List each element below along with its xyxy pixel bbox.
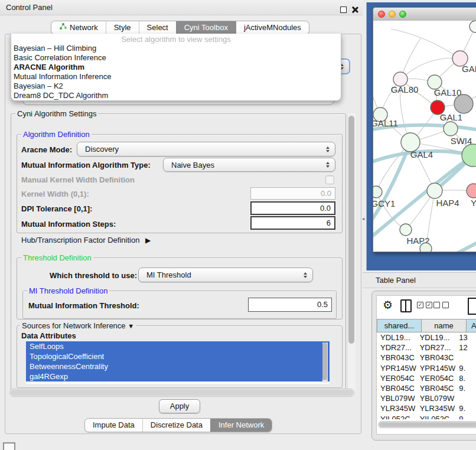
columns-icon[interactable] — [400, 299, 412, 312]
algorithm-dropdown-item[interactable]: Basic Correlation Inference — [11, 53, 341, 63]
table-header: shared... name A — [377, 319, 476, 332]
network-node-hap2[interactable] — [400, 224, 412, 236]
column-header-name[interactable]: name — [422, 319, 467, 332]
tab-network[interactable]: Network — [51, 21, 106, 34]
table-row[interactable]: YER054CYER054C8. — [377, 373, 476, 383]
new-table-icon[interactable] — [468, 298, 476, 315]
algorithm-dropdown-item[interactable]: ARACNE Algorithm — [11, 63, 341, 72]
tab-jactivemnodules[interactable]: jActiveMNodules — [236, 21, 309, 34]
table-cell: 12 — [455, 343, 476, 353]
table-cell: YER054C — [377, 373, 416, 383]
attributes-list-scrollbar[interactable] — [322, 343, 328, 383]
table-cell: YPR145W — [416, 363, 456, 373]
node-label: GAL11 — [373, 118, 398, 128]
close-button[interactable] — [378, 11, 385, 18]
tab-infer-network[interactable]: Infer Network — [210, 419, 272, 432]
kernel-width-field[interactable]: 0.0 — [250, 187, 335, 200]
scrollbar-thumb[interactable] — [11, 390, 353, 396]
table-row[interactable]: YPR145WYPR145W9. — [377, 363, 476, 373]
table-cell: 8. — [455, 373, 476, 383]
algorithm-dropdown-item[interactable]: Dream8 DC_TDC Algorithm — [11, 91, 341, 100]
table-panel-titlebar: Table Panel — [363, 272, 476, 288]
screen: Control Panel Network Style Select Cyni … — [0, 0, 476, 450]
table-cell: YBR045C — [416, 383, 456, 393]
data-attribute-item[interactable]: TopologicalCoefficient — [26, 351, 330, 361]
network-canvas[interactable]: GALGAL80GAL10GAL1GAL11GAL4SWI4GCY1HAP4YH… — [373, 21, 476, 252]
scrollbar-thumb[interactable] — [348, 116, 354, 344]
network-node-y[interactable] — [467, 184, 476, 198]
network-node[interactable] — [454, 94, 473, 113]
sources-group-toggle[interactable]: Sources for Network Inference ▼ — [20, 321, 136, 330]
network-node-hap4[interactable] — [427, 183, 442, 198]
network-canvas-container: GALGAL80GAL10GAL1GAL11GAL4SWI4GCY1HAP4YH… — [373, 21, 476, 252]
data-attribute-item[interactable]: SelfLoops — [26, 341, 330, 351]
expanded-arrow-icon: ▼ — [128, 322, 134, 330]
tab-select[interactable]: Select — [139, 21, 176, 34]
hub-definition-toggle[interactable]: Hub/Transcription Factor Definition ▶ — [21, 236, 151, 244]
settings-vertical-scrollbar[interactable] — [347, 113, 356, 391]
table-cell: 9. — [455, 403, 476, 413]
column-header-shared-name[interactable]: shared... — [377, 319, 422, 332]
select-all-checkboxes-icon[interactable]: ✓✓ — [417, 302, 432, 308]
split-pane-handle[interactable]: ◂ — [362, 216, 365, 221]
minimize-button[interactable] — [389, 11, 396, 18]
table-row[interactable]: YBR043CYBR043C — [377, 353, 476, 363]
close-icon[interactable] — [351, 6, 358, 14]
which-threshold-combobox[interactable]: MI Threshold — [138, 268, 313, 282]
table-horizontal-scrollbar[interactable] — [378, 421, 476, 428]
settings-horizontal-scrollbar[interactable] — [9, 389, 354, 397]
aracne-mode-value: Discovery — [85, 145, 119, 154]
zoom-button[interactable] — [399, 11, 406, 18]
tab-label: Impute Data — [93, 419, 135, 432]
float-window-icon[interactable] — [340, 6, 347, 13]
tab-label: Style — [114, 21, 131, 34]
table-cell: YDL19... — [416, 332, 456, 343]
gear-icon[interactable]: ⚙ — [383, 299, 393, 312]
mi-threshold-field[interactable]: 0.5 — [248, 298, 332, 312]
table-row[interactable]: YBR045CYBR045C9. — [377, 383, 476, 393]
scrollbar-thumb[interactable] — [322, 343, 327, 380]
tab-discretize-data[interactable]: Discretize Data — [142, 419, 210, 432]
table-cell — [455, 393, 476, 403]
tab-impute-data[interactable]: Impute Data — [85, 419, 142, 432]
network-node[interactable] — [444, 122, 458, 136]
table-row[interactable]: YIL052CYIL052C9 — [377, 414, 476, 420]
table-row[interactable]: YBL079WYBL079W — [377, 393, 476, 403]
algorithm-dropdown-item[interactable]: Mutual Information Inference — [11, 72, 341, 81]
network-node[interactable] — [420, 243, 432, 252]
dpi-tolerance-field[interactable]: 0.0 — [250, 201, 335, 215]
tab-label: jActiveMNodules — [244, 21, 301, 34]
algorithm-dropdown-item[interactable]: Bayesian – Hill Climbing — [11, 44, 341, 53]
control-panel-tabbar: Network Style Select Cyni Toolbox jActiv… — [51, 21, 309, 35]
spinner-arrows-icon — [326, 146, 330, 152]
table-cell: 9 — [455, 414, 476, 420]
data-attribute-item[interactable]: BetweennessCentrality — [26, 361, 330, 371]
mi-algorithm-type-combobox[interactable]: Naive Bayes — [163, 158, 335, 172]
algorithm-dropdown-item[interactable]: Bayesian – K2 — [11, 81, 341, 91]
data-attribute-item[interactable]: gal4RGexp — [26, 371, 330, 381]
scrollbar-thumb[interactable] — [379, 422, 476, 427]
tab-cyni-toolbox[interactable]: Cyni Toolbox — [176, 21, 236, 34]
aracne-mode-combobox[interactable]: Discovery — [77, 142, 335, 156]
collapsed-arrow-icon: ▶ — [145, 236, 151, 244]
table-cell: YDL19... — [377, 332, 416, 343]
manual-kernel-checkbox[interactable] — [325, 175, 334, 184]
table-row[interactable]: YDL19...YDL19...13 — [377, 332, 476, 343]
cyni-settings-group-title: Cyni Algorithm Settings — [15, 109, 98, 118]
table-cell: YIL052C — [416, 414, 456, 420]
network-node-gcy1[interactable] — [373, 186, 382, 198]
table-row[interactable]: YLR345WYLR345W9. — [377, 403, 476, 413]
control-panel-titlebar: Control Panel — [0, 0, 363, 15]
minimized-panel-icon[interactable] — [3, 442, 15, 450]
table-cell: YDR27... — [377, 343, 416, 353]
table-cell: YBR045C — [377, 383, 416, 393]
tab-style[interactable]: Style — [106, 21, 139, 34]
mi-steps-field[interactable]: 6 — [250, 216, 335, 230]
deselect-all-checkboxes-icon[interactable] — [433, 302, 449, 308]
column-header-clipped[interactable]: A — [467, 319, 476, 332]
table-row[interactable]: YDR27...YDR27...12 — [377, 343, 476, 353]
tab-label: Network — [70, 21, 98, 34]
network-node[interactable] — [470, 21, 476, 32]
apply-button[interactable]: Apply — [159, 399, 200, 413]
network-window-titlebar[interactable] — [373, 8, 476, 21]
